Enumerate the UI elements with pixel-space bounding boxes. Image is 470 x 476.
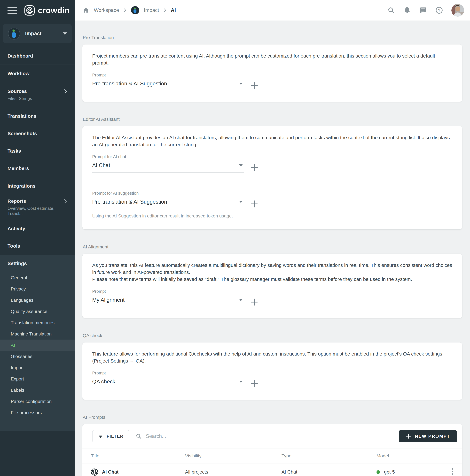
notifications-icon[interactable]	[403, 6, 411, 14]
field-label: Prompt for AI chat	[92, 154, 452, 159]
search-icon[interactable]	[387, 6, 395, 14]
section-description: The Editor AI Assistant provides an AI c…	[92, 134, 452, 148]
sidebar-settings-item-import[interactable]: Import	[0, 362, 74, 373]
qa-check-prompt-select[interactable]: QA check	[92, 378, 244, 389]
chevron-down-icon	[239, 83, 243, 85]
field-label: Prompt	[92, 371, 452, 375]
project-selector[interactable]: Impact	[3, 24, 72, 43]
add-prompt-button[interactable]	[251, 164, 258, 171]
filter-icon	[98, 434, 103, 439]
project-name: Impact	[25, 31, 63, 36]
sidebar-item-dashboard[interactable]: Dashboard	[0, 47, 74, 65]
sidebar-item-workflow[interactable]: Workflow	[0, 65, 74, 82]
pre-translation-prompt-select[interactable]: Pre-translation & AI Suggestion	[92, 81, 244, 91]
ai-suggestion-prompt-select[interactable]: Pre-translation & AI Suggestion	[92, 199, 244, 209]
prompts-toolbar: FILTER NEW PROMPT	[82, 424, 462, 448]
sidebar-item-members[interactable]: Members	[0, 160, 74, 177]
sidebar-item-tools[interactable]: Tools	[0, 237, 74, 255]
editor-ai-assistant-card: The Editor AI Assistant provides an AI c…	[82, 126, 462, 229]
new-prompt-button[interactable]: NEW PROMPT	[399, 430, 457, 442]
field-label: Prompt	[92, 289, 452, 294]
section-qa-check: QA check This feature allows for perform…	[82, 333, 462, 400]
home-icon[interactable]	[82, 7, 89, 14]
ai-alignment-card: As you translate, this AI feature automa…	[82, 254, 462, 318]
main-content: Pre-Translation Project members can pre-…	[74, 0, 470, 476]
section-title: QA check	[83, 333, 462, 338]
sidebar-item-settings[interactable]: Settings	[0, 255, 74, 272]
sidebar-item-tasks[interactable]: Tasks	[0, 142, 74, 160]
section-title: Pre-Translation	[83, 35, 462, 40]
crowdin-logo[interactable]: crowdin	[24, 5, 70, 16]
column-header: Model	[377, 448, 446, 463]
column-header: Title	[82, 448, 185, 463]
user-avatar[interactable]	[452, 4, 464, 17]
sidebar-settings-item-translation-memories[interactable]: Translation memories	[0, 317, 74, 328]
section-title: Editor AI Assistant	[83, 117, 462, 122]
pre-translation-card: Project members can pre-translate conten…	[82, 45, 462, 102]
alignment-prompt-select[interactable]: My Alignment	[92, 297, 244, 307]
qa-check-card: This feature allows for performing addit…	[82, 342, 462, 400]
sidebar-nav: Dashboard Workflow Sources Files, String…	[0, 47, 74, 255]
section-description: As you translate, this AI feature automa…	[92, 262, 452, 276]
menu-icon[interactable]	[7, 5, 17, 16]
search-icon	[136, 433, 142, 439]
column-header: Visibility	[185, 448, 282, 463]
messages-icon[interactable]	[419, 6, 427, 14]
filter-button[interactable]: FILTER	[92, 430, 129, 442]
plus-icon	[406, 433, 411, 439]
sidebar-item-screenshots[interactable]: Screenshots	[0, 125, 74, 142]
sidebar-settings-item-ai[interactable]: AI	[0, 340, 74, 351]
search-input[interactable]	[146, 433, 393, 439]
sidebar-settings-group: Settings GeneralPrivacyLanguagesQuality …	[0, 255, 74, 431]
add-prompt-button[interactable]	[251, 82, 258, 89]
add-prompt-button[interactable]	[251, 298, 258, 306]
sidebar-item-sources[interactable]: Sources Files, Strings	[0, 82, 74, 107]
chevron-down-icon	[239, 299, 243, 301]
section-description: Please note that new terms will initiall…	[92, 276, 452, 283]
sidebar-settings-item-languages[interactable]: Languages	[0, 295, 74, 306]
chevron-right-icon	[64, 89, 67, 94]
sidebar-settings-item-export[interactable]: Export	[0, 373, 74, 385]
add-prompt-button[interactable]	[251, 380, 258, 388]
kebab-menu-icon[interactable]	[448, 465, 457, 476]
ai-prompts-card: FILTER NEW PROMPT TitleVisibility	[82, 424, 462, 476]
sidebar-item-activity[interactable]: Activity	[0, 220, 74, 237]
sidebar: crowdin Impact Dashboard Workflow Source…	[0, 0, 74, 476]
section-ai-prompts: AI Prompts FILTER	[82, 415, 462, 476]
breadcrumb-page: AI	[171, 7, 176, 13]
field-label: Prompt	[92, 72, 452, 78]
top-bar-actions: ?	[387, 4, 464, 17]
chevron-down-icon	[239, 164, 243, 167]
chevron-down-icon	[63, 33, 67, 35]
sidebar-settings-item-machine-translation[interactable]: Machine Translation	[0, 328, 74, 340]
chevron-down-icon	[239, 201, 243, 203]
sidebar-settings-item-glossaries[interactable]: Glossaries	[0, 351, 74, 362]
svg-text:?: ?	[438, 8, 440, 12]
sidebar-settings-item-quality-assurance[interactable]: Quality assurance	[0, 306, 74, 317]
helper-text: Using the AI Suggestion in editor can re…	[92, 213, 452, 219]
table-row[interactable]: AI Chat All projects AI Chat gpt-5	[82, 463, 462, 476]
sidebar-settings-item-parser-configuration[interactable]: Parser configuration	[0, 396, 74, 407]
chevron-right-icon	[164, 8, 166, 12]
section-editor-ai-assistant: Editor AI Assistant The Editor AI Assist…	[82, 117, 462, 229]
help-icon[interactable]: ?	[435, 6, 443, 14]
add-prompt-button[interactable]	[251, 200, 258, 208]
sidebar-settings-item-labels[interactable]: Labels	[0, 385, 74, 396]
section-description: This feature allows for performing addit…	[92, 350, 452, 364]
sidebar-settings-item-privacy[interactable]: Privacy	[0, 283, 74, 295]
breadcrumb-workspace[interactable]: Workspace	[94, 7, 119, 13]
chevron-right-icon	[64, 199, 67, 204]
field-label: Prompt for AI suggestion	[92, 191, 452, 196]
model-status-dot	[377, 470, 380, 474]
sidebar-settings-item-general[interactable]: General	[0, 272, 74, 283]
sidebar-item-translations[interactable]: Translations	[0, 107, 74, 125]
breadcrumb-project[interactable]: Impact	[144, 7, 159, 13]
project-avatar	[131, 6, 139, 15]
ai-chat-prompt-select[interactable]: AI Chat	[92, 162, 244, 173]
breadcrumb: Workspace Impact AI	[82, 6, 387, 15]
sidebar-item-integrations[interactable]: Integrations	[0, 177, 74, 195]
openai-icon	[91, 469, 98, 476]
sidebar-settings-item-file-processors[interactable]: File processors	[0, 407, 74, 418]
chevron-down-icon	[239, 381, 243, 383]
sidebar-item-reports[interactable]: Reports Overview, Cost estimate, Transl.…	[0, 195, 74, 220]
